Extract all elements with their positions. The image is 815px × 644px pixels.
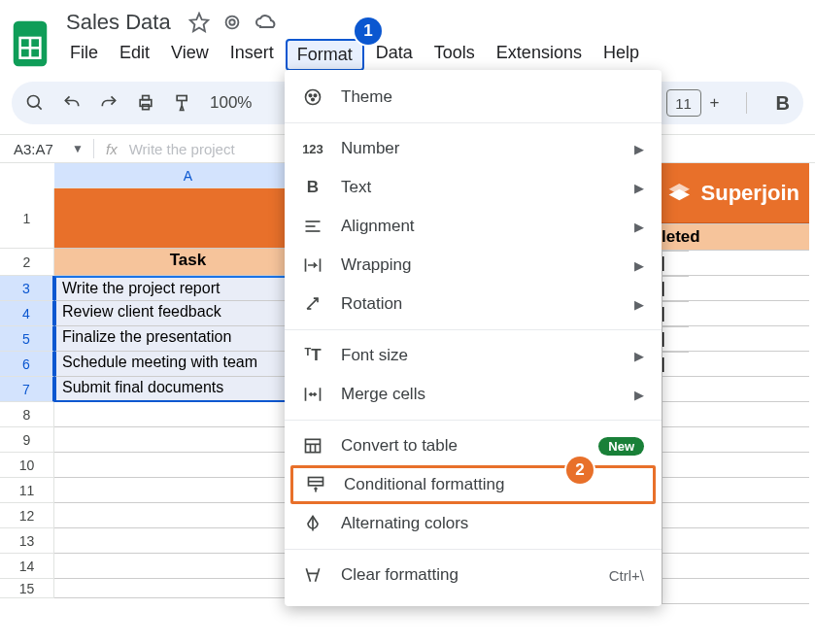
row-header-8[interactable]: 8 xyxy=(0,402,54,427)
menu-view[interactable]: View xyxy=(161,39,219,71)
cell-A5[interactable]: Finalize the presentation xyxy=(54,326,323,352)
cell-right-4[interactable] xyxy=(662,352,809,377)
row-header-3[interactable]: 3 xyxy=(0,276,54,301)
cell-A15[interactable] xyxy=(54,579,323,598)
cell-A6[interactable]: Schedule meeting with team xyxy=(54,352,323,377)
cell-right-2[interactable] xyxy=(662,301,809,326)
merge-icon xyxy=(302,385,323,404)
menu-data[interactable]: Data xyxy=(366,39,423,71)
row-header-4[interactable]: 4 xyxy=(0,301,54,326)
cell-right-1[interactable] xyxy=(662,276,809,301)
cell-right-11[interactable] xyxy=(662,528,809,554)
cell-A2[interactable]: Task xyxy=(54,249,323,276)
menu-item-alignment[interactable]: Alignment▶ xyxy=(285,207,662,246)
cell-A3[interactable]: Write the project report xyxy=(54,276,323,301)
paint-format-icon[interactable] xyxy=(173,93,192,113)
theme-icon xyxy=(302,87,323,107)
menu-help[interactable]: Help xyxy=(594,39,649,71)
number-icon: 123 xyxy=(302,142,323,156)
cell-A7[interactable]: Submit final documents xyxy=(54,377,323,402)
menu-insert[interactable]: Insert xyxy=(221,39,284,71)
superjoin-label: Superjoin xyxy=(701,181,799,206)
cell-right-6[interactable] xyxy=(662,402,809,427)
menu-item-label: Number xyxy=(341,139,399,158)
menu-item-theme[interactable]: Theme xyxy=(285,78,662,117)
menu-item-alternating-colors[interactable]: Alternating colors xyxy=(285,504,662,543)
row-header-9[interactable]: 9 xyxy=(0,427,54,453)
menu-item-clear-formatting[interactable]: Clear formattingCtrl+\ xyxy=(285,556,662,594)
cell-A14[interactable] xyxy=(54,554,323,579)
zoom-dropdown[interactable]: 100% xyxy=(210,93,252,113)
cell-right-8[interactable] xyxy=(662,453,809,478)
menu-extensions[interactable]: Extensions xyxy=(487,39,592,71)
cell-A4[interactable]: Review client feedback xyxy=(54,301,323,326)
name-box[interactable]: A3:A7 ▼ xyxy=(0,141,93,157)
cell-A12[interactable] xyxy=(54,503,323,528)
cell-right-12[interactable] xyxy=(662,554,809,579)
font-size-input[interactable]: 11 xyxy=(666,89,701,117)
row-header-6[interactable]: 6 xyxy=(0,352,54,377)
format-menu-dropdown: Theme123Number▶BText▶Alignment▶Wrapping▶… xyxy=(285,70,662,606)
undo-icon[interactable] xyxy=(62,93,82,113)
cell-A8[interactable] xyxy=(54,402,323,427)
formula-bar[interactable]: Write the project xyxy=(129,141,235,157)
menu-item-wrapping[interactable]: Wrapping▶ xyxy=(285,246,662,285)
cell-A11[interactable] xyxy=(54,478,323,503)
menu-item-merge-cells[interactable]: Merge cells▶ xyxy=(285,375,662,414)
row-header-1[interactable]: 1 xyxy=(0,188,54,249)
cell-right-7[interactable] xyxy=(662,427,809,453)
column-header-A[interactable]: A xyxy=(54,163,323,188)
menu-file[interactable]: File xyxy=(60,39,108,71)
menu-item-rotation[interactable]: Rotation▶ xyxy=(285,285,662,323)
hotkey-label: Ctrl+\ xyxy=(609,567,644,584)
menu-item-text[interactable]: BText▶ xyxy=(285,168,662,207)
menu-item-label: Clear formatting xyxy=(341,565,458,585)
menu-tools[interactable]: Tools xyxy=(424,39,485,71)
cell-right-9[interactable] xyxy=(662,478,809,503)
redo-icon[interactable] xyxy=(99,93,119,113)
print-icon[interactable] xyxy=(136,93,155,113)
row-header-2[interactable]: 2 xyxy=(0,249,54,276)
cell-right-5[interactable] xyxy=(662,377,809,402)
menu-item-conditional-formatting[interactable]: Conditional formatting xyxy=(290,465,656,504)
submenu-arrow-icon: ▶ xyxy=(634,220,644,234)
sheets-logo[interactable] xyxy=(12,8,49,72)
menu-edit[interactable]: Edit xyxy=(110,39,159,71)
submenu-arrow-icon: ▶ xyxy=(634,181,644,195)
cell-A9[interactable] xyxy=(54,427,323,453)
cell-right-0[interactable] xyxy=(662,251,809,276)
clear-icon xyxy=(302,565,323,585)
menu-item-convert-to-table[interactable]: Convert to tableNew xyxy=(285,426,662,465)
search-icon[interactable] xyxy=(25,93,45,113)
cell-right-10[interactable] xyxy=(662,503,809,528)
submenu-arrow-icon: ▶ xyxy=(634,388,644,402)
bold-button[interactable]: B xyxy=(776,92,790,115)
cell-A10[interactable] xyxy=(54,453,323,478)
cell-right-13[interactable] xyxy=(662,579,809,604)
move-icon[interactable] xyxy=(221,12,243,33)
row-header-14[interactable]: 14 xyxy=(0,554,54,579)
menu-item-label: Font size xyxy=(341,346,408,365)
svg-point-15 xyxy=(306,90,321,105)
row-header-15[interactable]: 15 xyxy=(0,579,54,598)
cell-A13[interactable] xyxy=(54,528,323,554)
row-header-13[interactable]: 13 xyxy=(0,528,54,554)
cell-right-3[interactable] xyxy=(662,326,809,352)
menu-format[interactable]: Format xyxy=(286,39,364,71)
row-header-12[interactable]: 12 xyxy=(0,503,54,528)
cloud-status-icon[interactable] xyxy=(255,11,278,34)
cell-A1[interactable] xyxy=(54,188,323,249)
menu-item-number[interactable]: 123Number▶ xyxy=(285,129,662,168)
row-header-11[interactable]: 11 xyxy=(0,478,54,503)
menu-item-label: Conditional formatting xyxy=(344,475,504,494)
font-size-increase[interactable]: + xyxy=(701,89,729,117)
svg-point-16 xyxy=(309,94,312,97)
menu-item-label: Theme xyxy=(341,87,392,107)
row-header-10[interactable]: 10 xyxy=(0,453,54,478)
document-title[interactable]: Sales Data xyxy=(60,8,177,37)
row-header-5[interactable]: 5 xyxy=(0,326,54,352)
star-icon[interactable] xyxy=(188,12,210,33)
submenu-arrow-icon: ▶ xyxy=(634,258,644,273)
menu-item-font-size[interactable]: TTFont size▶ xyxy=(285,336,662,375)
row-header-7[interactable]: 7 xyxy=(0,377,54,402)
